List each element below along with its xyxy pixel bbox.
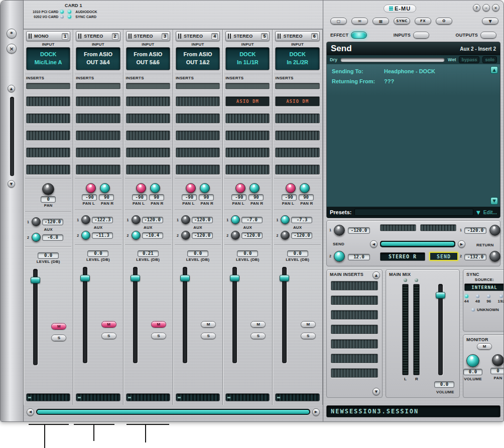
inserts-scroll-down-button[interactable]: ▼ — [372, 388, 380, 395]
solo-button[interactable]: S — [151, 333, 166, 339]
pan-right-knob[interactable] — [100, 183, 110, 193]
aux1-knob[interactable] — [32, 217, 41, 226]
aux2-knob[interactable] — [231, 231, 240, 240]
send-position-slider[interactable] — [380, 241, 455, 247]
new-session-button[interactable]: ▢ — [330, 18, 347, 25]
fader-handle[interactable] — [180, 275, 190, 281]
mute-button[interactable]: M — [151, 321, 166, 328]
volume-fader[interactable] — [33, 269, 38, 365]
main-insert-slot[interactable] — [331, 281, 378, 290]
main-insert-slot[interactable] — [331, 325, 378, 334]
insert-slot[interactable] — [275, 165, 319, 175]
insert-slot[interactable] — [176, 96, 220, 106]
aux1-knob[interactable] — [231, 215, 240, 224]
aux1-knob[interactable] — [81, 215, 90, 224]
strip-header[interactable]: STEREO 5 — [225, 31, 270, 41]
insert-slot[interactable] — [76, 96, 120, 106]
rail-scrollbar[interactable] — [10, 97, 14, 176]
pan-right-knob[interactable] — [150, 183, 160, 193]
minimize-button[interactable]: – — [482, 4, 490, 12]
strip-header[interactable]: STEREO 2 — [76, 31, 120, 41]
menu-button[interactable]: ▼ — [482, 18, 498, 25]
insert-slot[interactable] — [126, 130, 170, 140]
scroll-right-button[interactable]: ▶ — [312, 408, 320, 416]
effect-scroll-down-button[interactable]: ▼ — [490, 197, 498, 205]
aux2-knob[interactable] — [281, 231, 290, 240]
insert-slot[interactable] — [26, 130, 70, 140]
pan-left-knob[interactable] — [136, 183, 146, 193]
send-button[interactable]: SEND — [429, 252, 458, 261]
pan-left-knob[interactable] — [86, 183, 96, 193]
return-2-knob[interactable] — [489, 251, 500, 262]
monitor-pan-knob[interactable] — [492, 354, 504, 366]
monitor-mute-button[interactable]: M — [477, 343, 492, 350]
fader-handle[interactable] — [280, 275, 289, 281]
insert-slot[interactable] — [26, 113, 70, 123]
main-insert-slot[interactable] — [331, 310, 378, 320]
tab-effect[interactable]: EFFECT — [330, 32, 367, 39]
solo-button[interactable]: S — [301, 333, 316, 339]
insert-slot[interactable] — [76, 83, 120, 89]
mute-button[interactable]: M — [101, 321, 116, 328]
main-insert-slot[interactable] — [331, 295, 378, 305]
send-level-knob[interactable] — [334, 225, 345, 236]
rail-scroll-down-button[interactable]: ▼ — [8, 180, 15, 188]
mute-button[interactable]: M — [301, 321, 316, 328]
fader-handle[interactable] — [31, 277, 40, 283]
rate-96[interactable]: 96 — [486, 294, 491, 304]
preset-dropdown[interactable] — [354, 209, 473, 216]
insert-slot[interactable] — [225, 130, 270, 140]
close-button[interactable]: × — [492, 4, 499, 12]
input-display[interactable]: From ASIO OUT 5&6 — [126, 47, 170, 70]
pan-left-knob[interactable] — [186, 183, 196, 193]
tab-inputs[interactable]: INPUTS — [394, 32, 429, 39]
main-insert-slot[interactable] — [331, 354, 378, 363]
save-session-button[interactable]: ▦ — [372, 18, 389, 25]
scroll-left-button[interactable]: ◀ — [27, 408, 34, 416]
input-display[interactable]: From ASIO OUT 3&4 — [76, 47, 120, 70]
send-slider-left-button[interactable]: ◀ — [370, 240, 377, 248]
send-slider-right-button[interactable]: ▶ — [458, 240, 465, 248]
volume-fader[interactable] — [282, 267, 287, 363]
volume-fader[interactable] — [232, 267, 237, 363]
return-level-knob[interactable] — [489, 225, 500, 236]
insert-slot[interactable] — [225, 147, 270, 158]
input-display[interactable]: DOCK Mic/Line A — [26, 47, 70, 70]
solo-button[interactable]: S — [250, 333, 266, 339]
main-fader-handle[interactable] — [436, 292, 445, 298]
volume-fader[interactable] — [83, 267, 87, 363]
scrollbar-thumb[interactable] — [37, 410, 309, 414]
help-button[interactable]: ? — [473, 4, 480, 12]
sync-button[interactable]: SYNC — [394, 18, 410, 25]
insert-slot[interactable] — [225, 83, 270, 89]
insert-slot[interactable] — [26, 83, 70, 89]
dry-wet-slider[interactable] — [340, 58, 445, 62]
aux2-knob[interactable] — [132, 231, 141, 240]
aux1-knob[interactable] — [181, 215, 190, 224]
insert-slot[interactable] — [126, 113, 170, 123]
aux2-knob[interactable] — [81, 231, 90, 240]
tab-outputs[interactable]: OUTPUTS — [456, 32, 496, 39]
rate-192[interactable]: 192 — [497, 294, 504, 304]
main-insert-slot[interactable] — [331, 368, 378, 378]
insert-slot-asio-direct-monitor[interactable]: ASIO DM — [275, 96, 319, 106]
bypass-button[interactable]: bypass — [459, 56, 479, 63]
fader-handle[interactable] — [131, 275, 140, 281]
aux2-knob[interactable] — [181, 231, 190, 240]
input-display[interactable]: From ASIO OUT 1&2 — [176, 47, 220, 70]
insert-slot[interactable] — [76, 130, 120, 140]
mute-button[interactable]: M — [250, 321, 266, 328]
volume-fader[interactable] — [133, 267, 138, 363]
inserts-scroll-up-button[interactable]: ▲ — [372, 271, 380, 279]
insert-slot[interactable] — [225, 113, 270, 123]
input-display[interactable]: DOCK In 1L/1R — [225, 47, 270, 70]
preset-edit-link[interactable]: Edit... — [483, 210, 497, 215]
fx-solo-button[interactable]: solo — [482, 56, 497, 63]
insert-slot[interactable] — [275, 83, 319, 89]
insert-slot[interactable] — [126, 83, 170, 89]
monitor-volume-knob[interactable] — [466, 354, 479, 367]
insert-slot[interactable] — [76, 147, 120, 158]
preset-dropdown-arrow[interactable]: ▼ — [476, 210, 480, 215]
output-button[interactable]: O — [436, 18, 452, 25]
main-volume-fader[interactable] — [438, 284, 443, 375]
